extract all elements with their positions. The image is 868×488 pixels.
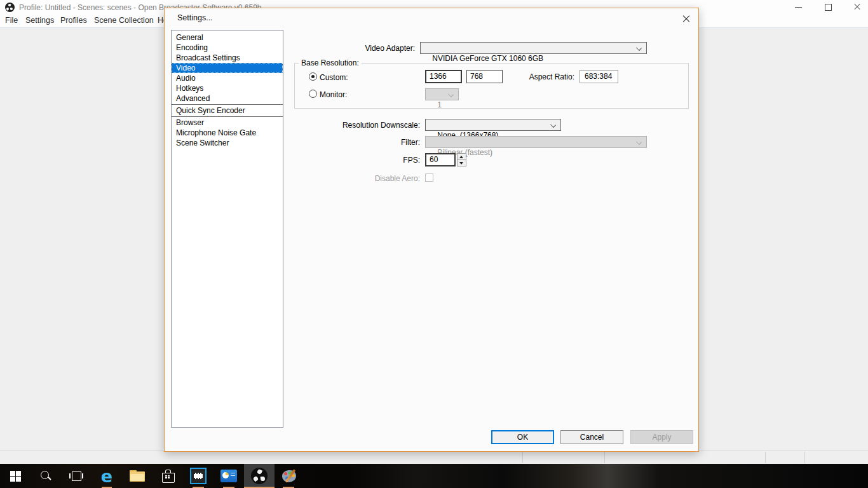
nav-item-broadcast-settings[interactable]: Broadcast Settings — [172, 53, 283, 63]
taskbar-obs-button[interactable] — [244, 464, 275, 488]
edge-browser-icon: e — [101, 468, 112, 485]
taskbar-store-button[interactable] — [153, 464, 183, 488]
monitor-resolution-radio[interactable] — [309, 90, 317, 98]
disable-aero-checkbox — [425, 173, 433, 182]
settings-dialog: Settings... General Encoding Broadcast S… — [164, 8, 699, 452]
nav-item-scene-switcher[interactable]: Scene Switcher — [172, 138, 283, 148]
cancel-button[interactable]: Cancel — [560, 430, 623, 444]
status-divider — [765, 452, 766, 463]
windows-store-icon — [161, 470, 174, 482]
menu-file[interactable]: File — [5, 16, 18, 25]
statusbar — [0, 450, 868, 464]
chevron-down-icon — [636, 139, 642, 145]
nav-item-general[interactable]: General — [172, 32, 283, 43]
dialog-title: Settings... — [177, 13, 213, 22]
video-adapter-select[interactable]: NVIDIA GeForce GTX 1060 6GB — [420, 42, 647, 54]
menu-scene-collection[interactable]: Scene Collection — [94, 16, 154, 25]
custom-resolution-label: Custom: — [320, 73, 348, 82]
taskbar-office-app-button[interactable] — [214, 464, 244, 488]
status-divider — [604, 452, 605, 463]
nav-item-hotkeys[interactable]: Hotkeys — [172, 83, 283, 93]
obs-app-icon — [251, 468, 268, 484]
status-divider — [522, 452, 523, 463]
base-height-input[interactable]: 768 — [466, 70, 503, 83]
task-view-button[interactable] — [61, 464, 92, 488]
ok-button[interactable]: OK — [491, 430, 554, 444]
aspect-ratio-value: 683:384 — [580, 70, 618, 83]
status-divider — [804, 452, 805, 463]
office-app-icon — [220, 470, 237, 482]
chevron-down-icon — [550, 122, 556, 128]
base-width-input[interactable]: 1366 — [425, 70, 462, 83]
chevron-down-icon — [448, 92, 454, 97]
chevron-down-icon — [636, 45, 642, 51]
menu-settings[interactable]: Settings — [25, 16, 54, 25]
taskbar-movies-tv-button[interactable] — [183, 464, 214, 488]
nav-item-microphone-noise-gate[interactable]: Microphone Noise Gate — [172, 128, 283, 138]
video-adapter-label: Video Adapter: — [365, 44, 415, 53]
nav-item-quick-sync-encoder[interactable]: Quick Sync Encoder — [172, 105, 283, 116]
filter-select: Bilinear (fastest) — [425, 136, 647, 148]
taskbar-paint-app-button[interactable] — [275, 464, 305, 488]
search-icon — [39, 470, 52, 482]
resolution-downscale-select[interactable]: None (868x488) — [425, 119, 561, 131]
spin-down-icon[interactable] — [457, 159, 466, 166]
filter-label: Filter: — [401, 138, 420, 147]
fps-label: FPS: — [403, 156, 420, 165]
nav-item-video[interactable]: Video — [172, 63, 283, 73]
fps-stepper — [457, 153, 466, 166]
fps-input[interactable]: 60 — [425, 153, 456, 166]
windows-start-icon — [10, 471, 21, 482]
movies-tv-icon — [190, 468, 207, 484]
nav-item-advanced[interactable]: Advanced — [172, 93, 283, 104]
custom-resolution-radio[interactable] — [309, 72, 317, 81]
aspect-ratio-label: Aspect Ratio: — [529, 72, 574, 81]
file-explorer-icon — [130, 470, 145, 482]
nav-item-encoding[interactable]: Encoding — [172, 43, 283, 53]
resolution-downscale-label: Resolution Downscale: — [342, 121, 420, 130]
maximize-icon[interactable] — [822, 1, 834, 13]
taskbar-search-button[interactable] — [31, 464, 61, 488]
settings-nav-list: General Encoding Broadcast Settings Vide… — [171, 30, 283, 428]
obs-logo-icon — [5, 3, 15, 12]
nav-separator — [172, 116, 283, 117]
menu-profiles[interactable]: Profiles — [60, 16, 87, 25]
monitor-resolution-label: Monitor: — [320, 90, 347, 99]
task-view-icon — [69, 471, 83, 481]
taskbar-file-explorer-button[interactable] — [122, 464, 153, 488]
base-resolution-group-label: Base Resolution: — [299, 58, 362, 67]
close-dialog-icon[interactable] — [682, 15, 691, 24]
nav-separator — [172, 104, 283, 105]
disable-aero-label: Disable Aero: — [375, 174, 420, 183]
apply-button: Apply — [630, 430, 693, 444]
paint-palette-icon — [282, 469, 297, 483]
minimize-icon[interactable] — [793, 1, 804, 13]
nav-item-browser[interactable]: Browser — [172, 118, 283, 128]
nav-item-audio[interactable]: Audio — [172, 73, 283, 83]
start-button[interactable] — [0, 464, 31, 488]
monitor-select: 1 — [425, 88, 459, 100]
taskbar: e 14:09 2016. 10. 16. — [0, 464, 868, 488]
close-window-icon[interactable] — [851, 1, 863, 13]
taskbar-edge-button[interactable]: e — [92, 464, 122, 488]
